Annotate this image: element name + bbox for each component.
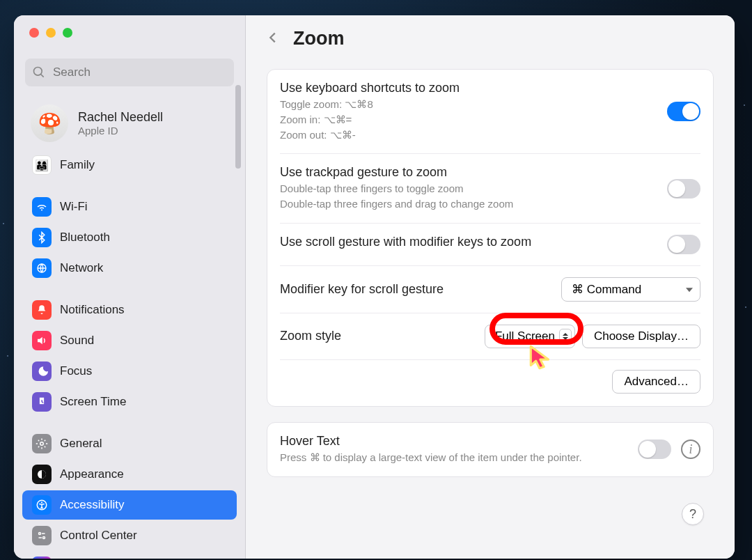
maximize-window-button[interactable] bbox=[63, 28, 72, 38]
sidebar-item-appearance[interactable]: Appearance bbox=[22, 460, 237, 489]
sidebar-item-bluetooth[interactable]: Bluetooth bbox=[22, 223, 237, 252]
row-title: Hover Text bbox=[280, 434, 624, 449]
sidebar-item-screentime[interactable]: Screen Time bbox=[22, 387, 237, 417]
info-icon[interactable]: i bbox=[681, 440, 700, 459]
shortcut-line: Double-tap three fingers to toggle zoom bbox=[280, 181, 653, 196]
row-advanced: Advanced… bbox=[280, 360, 700, 406]
sidebar-item-label: Focus bbox=[60, 364, 92, 378]
sidebar-item-family[interactable]: 👨‍👩‍👧 Family bbox=[22, 150, 237, 180]
apple-id-row[interactable]: 🍄 Rachel Needell Apple ID bbox=[14, 95, 245, 149]
svg-point-4 bbox=[40, 442, 44, 446]
sidebar-item-label: Screen Time bbox=[60, 395, 126, 409]
controlcenter-icon bbox=[32, 526, 52, 545]
main-header: Zoom bbox=[246, 15, 735, 69]
settings-window: 🍄 Rachel Needell Apple ID 👨‍👩‍👧 Family W… bbox=[14, 15, 735, 559]
sidebar-item-label: Family bbox=[60, 158, 95, 172]
avatar-glyph: 🍄 bbox=[38, 112, 62, 135]
profile-name: Rachel Needell bbox=[78, 110, 163, 125]
row-title: Use trackpad gesture to zoom bbox=[280, 165, 653, 180]
sidebar-item-label: Sound bbox=[60, 334, 94, 348]
help-button[interactable]: ? bbox=[682, 503, 704, 525]
sidebar-item-notifications[interactable]: Notifications bbox=[22, 295, 237, 325]
sidebar-item-wifi[interactable]: Wi-Fi bbox=[22, 192, 237, 221]
hover-text-panel: Hover Text Press ⌘ to display a large-te… bbox=[267, 422, 714, 477]
keyboard-shortcuts-toggle[interactable] bbox=[667, 102, 700, 121]
sidebar-item-label: Accessibility bbox=[60, 498, 125, 512]
row-title: Use scroll gesture with modifier keys to… bbox=[280, 235, 653, 249]
shortcut-line: Zoom in: ⌥⌘= bbox=[280, 112, 653, 127]
sidebar-item-label: Network bbox=[60, 261, 103, 275]
row-title: Use keyboard shortcuts to zoom bbox=[280, 81, 653, 95]
screentime-icon bbox=[32, 392, 52, 412]
advanced-button[interactable]: Advanced… bbox=[612, 370, 700, 394]
sidebar-item-network[interactable]: Network bbox=[22, 254, 237, 283]
svg-point-2 bbox=[41, 210, 42, 211]
family-icon: 👨‍👩‍👧 bbox=[32, 155, 52, 175]
svg-point-8 bbox=[39, 533, 41, 535]
svg-point-7 bbox=[41, 501, 42, 503]
sidebar-item-accessibility[interactable]: Accessibility bbox=[22, 490, 237, 520]
profile-sub: Apple ID bbox=[78, 125, 163, 137]
choose-display-button[interactable]: Choose Display… bbox=[582, 325, 700, 348]
sound-icon bbox=[32, 331, 52, 350]
sidebar-item-focus[interactable]: Focus bbox=[22, 357, 237, 386]
shortcut-line: Double-tap three fingers and drag to cha… bbox=[280, 196, 653, 212]
svg-line-1 bbox=[41, 75, 44, 77]
row-keyboard-shortcuts: Use keyboard shortcuts to zoom Toggle zo… bbox=[280, 70, 700, 154]
sidebar-item-label: Wi-Fi bbox=[60, 200, 88, 214]
sidebar-item-label: Bluetooth bbox=[60, 231, 110, 244]
row-modifier-key: Modifier key for scroll gesture ⌘ Comman… bbox=[280, 266, 700, 313]
select-value: Full Screen bbox=[495, 329, 555, 343]
row-title: Zoom style bbox=[280, 329, 471, 343]
sidebar-item-label: Notifications bbox=[60, 303, 125, 317]
page-title: Zoom bbox=[293, 28, 345, 49]
general-icon bbox=[32, 434, 52, 453]
focus-icon bbox=[32, 361, 52, 381]
network-icon bbox=[32, 258, 52, 278]
row-scroll-gesture: Use scroll gesture with modifier keys to… bbox=[280, 224, 700, 266]
row-desc: Press ⌘ to display a large-text view of … bbox=[280, 450, 624, 465]
notifications-icon bbox=[32, 300, 52, 320]
search-icon bbox=[32, 65, 46, 79]
chevron-down-icon bbox=[686, 288, 693, 292]
wifi-icon bbox=[32, 197, 52, 217]
svg-point-9 bbox=[43, 537, 45, 539]
svg-point-0 bbox=[34, 68, 42, 76]
back-button[interactable] bbox=[265, 30, 281, 48]
modifier-key-select[interactable]: ⌘ Command bbox=[561, 277, 700, 302]
sidebar-item-controlcenter[interactable]: Control Center bbox=[22, 521, 237, 550]
sidebar-item-label: Appearance bbox=[60, 467, 124, 481]
row-trackpad-gesture: Use trackpad gesture to zoom Double-tap … bbox=[280, 154, 700, 224]
window-controls bbox=[14, 15, 245, 38]
accessibility-icon bbox=[32, 495, 52, 515]
appearance-icon bbox=[32, 465, 52, 484]
row-desc: Toggle zoom: ⌥⌘8 Zoom in: ⌥⌘= Zoom out: … bbox=[280, 97, 653, 142]
search-wrap bbox=[25, 59, 234, 86]
zoom-panel: Use keyboard shortcuts to zoom Toggle zo… bbox=[267, 69, 714, 407]
trackpad-gesture-toggle[interactable] bbox=[667, 179, 700, 199]
hover-text-toggle[interactable] bbox=[638, 440, 671, 459]
sidebar-item-sound[interactable]: Sound bbox=[22, 326, 237, 355]
sidebar: 🍄 Rachel Needell Apple ID 👨‍👩‍👧 Family W… bbox=[14, 15, 246, 559]
close-window-button[interactable] bbox=[29, 28, 39, 38]
row-hover-text: Hover Text Press ⌘ to display a large-te… bbox=[280, 423, 700, 476]
minimize-window-button[interactable] bbox=[46, 28, 56, 38]
updown-icon bbox=[559, 329, 572, 344]
bluetooth-icon bbox=[32, 228, 52, 247]
avatar: 🍄 bbox=[31, 104, 68, 142]
siri-icon bbox=[32, 557, 52, 559]
sidebar-item-general[interactable]: General bbox=[22, 429, 237, 458]
row-zoom-style: Zoom style Full Screen Choose Display… bbox=[280, 313, 700, 360]
shortcut-line: Zoom out: ⌥⌘- bbox=[280, 127, 653, 143]
search-input[interactable] bbox=[25, 59, 234, 86]
row-desc: Double-tap three fingers to toggle zoom … bbox=[280, 181, 653, 212]
sidebar-item-label: Control Center bbox=[60, 529, 137, 543]
row-title: Modifier key for scroll gesture bbox=[280, 282, 547, 297]
shortcut-line: Toggle zoom: ⌥⌘8 bbox=[280, 97, 653, 112]
select-value: ⌘ Command bbox=[572, 282, 641, 297]
scroll-gesture-toggle[interactable] bbox=[667, 235, 700, 254]
sidebar-item-siri[interactable]: Siri & Spotlight bbox=[22, 552, 237, 559]
zoom-style-select[interactable]: Full Screen bbox=[485, 325, 575, 348]
sidebar-scrollbar[interactable] bbox=[235, 85, 241, 169]
main-content: Zoom Use keyboard shortcuts to zoom Togg… bbox=[246, 15, 735, 559]
